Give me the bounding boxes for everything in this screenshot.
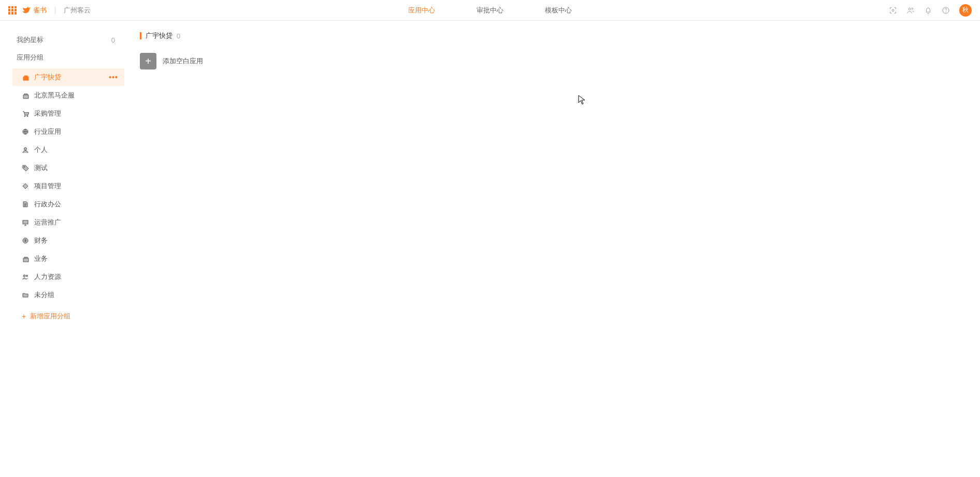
nav-template-center[interactable]: 模板中心: [545, 1, 572, 20]
sidebar: 我的星标 0 应用分组 广宇快贷•••北京黑马企服采购管理行业应用个人测试项目管…: [0, 31, 124, 328]
main: 广宇快贷 0 + 添加空白应用: [124, 31, 980, 328]
sidebar-item[interactable]: 北京黑马企服: [12, 87, 124, 104]
help-icon[interactable]: [942, 6, 950, 15]
sidebar-item-label: 未分组: [34, 290, 118, 300]
header: 雀书 广州客云 应用中心 审批中心 模板中心 秋: [0, 0, 980, 21]
sidebar-item-label: 采购管理: [34, 109, 118, 118]
coin-icon: [22, 237, 29, 244]
apps-grid-icon[interactable]: [8, 6, 17, 15]
sidebar-item-label: 测试: [34, 163, 118, 173]
svg-point-0: [892, 9, 894, 11]
contacts-icon[interactable]: [906, 6, 915, 15]
header-nav: 应用中心 审批中心 模板中心: [408, 1, 572, 20]
add-blank-app-button[interactable]: + 添加空白应用: [140, 53, 203, 69]
avatar-text: 秋: [962, 6, 969, 15]
sidebar-item[interactable]: 测试: [12, 159, 124, 177]
add-group-label: 新增应用分组: [30, 312, 70, 321]
header-right: 秋: [889, 4, 972, 17]
briefcase-icon: [22, 74, 29, 81]
sidebar-item-label: 运营推广: [34, 218, 118, 227]
folder-icon: [22, 291, 29, 299]
brand-logo[interactable]: 雀书: [22, 6, 47, 15]
diamond-icon: [22, 183, 29, 190]
sidebar-item[interactable]: 财务: [12, 232, 124, 249]
sidebar-item-label: 行政办公: [34, 200, 118, 209]
main-title-row: 广宇快贷 0: [140, 31, 964, 40]
svg-point-13: [26, 275, 28, 277]
sidebar-item[interactable]: 人力资源: [12, 268, 124, 286]
main-title: 广宇快贷: [146, 31, 172, 40]
bird-icon: [22, 6, 31, 15]
svg-point-1: [909, 8, 911, 10]
sidebar-item-label: 财务: [34, 236, 118, 245]
sidebar-item-label: 项目管理: [34, 181, 118, 191]
starred-count: 0: [111, 36, 115, 44]
svg-point-4: [946, 12, 946, 12]
nav-app-center[interactable]: 应用中心: [408, 1, 435, 20]
sidebar-item[interactable]: 运营推广: [12, 214, 124, 231]
svg-point-6: [27, 116, 28, 117]
sidebar-item-label: 业务: [34, 254, 118, 263]
svg-rect-10: [23, 220, 28, 224]
sidebar-group-header: 应用分组: [12, 49, 124, 66]
add-app-label: 添加空白应用: [163, 57, 203, 66]
svg-point-12: [23, 275, 25, 277]
body: 我的星标 0 应用分组 广宇快贷•••北京黑马企服采购管理行业应用个人测试项目管…: [0, 21, 980, 328]
header-left: 雀书 广州客云: [8, 6, 91, 15]
svg-point-9: [24, 166, 25, 167]
sidebar-item-label: 行业应用: [34, 127, 118, 136]
globe-icon: [22, 128, 29, 135]
sidebar-item[interactable]: 个人: [12, 141, 124, 159]
sidebar-item-label: 人力资源: [34, 272, 118, 282]
screen-icon: [22, 219, 29, 226]
sidebar-item[interactable]: 项目管理: [12, 177, 124, 195]
doc-icon: [22, 201, 29, 208]
sidebar-item[interactable]: 行政办公: [12, 195, 124, 213]
sidebar-item-label: 北京黑马企服: [34, 91, 118, 100]
starred-label: 我的星标: [17, 35, 44, 45]
title-accent-bar: [140, 32, 141, 39]
nav-approval-center[interactable]: 审批中心: [477, 1, 503, 20]
sidebar-item[interactable]: 采购管理: [12, 105, 124, 122]
sidebar-item[interactable]: 业务: [12, 250, 124, 268]
sidebar-item[interactable]: 广宇快贷•••: [12, 68, 124, 86]
add-group-button[interactable]: + 新增应用分组: [12, 304, 124, 328]
svg-point-5: [24, 116, 25, 117]
sidebar-item[interactable]: 未分组: [12, 286, 124, 304]
sidebar-starred[interactable]: 我的星标 0: [12, 31, 124, 49]
plus-icon: +: [22, 312, 26, 320]
svg-point-8: [24, 148, 27, 150]
briefcase-icon: [22, 255, 29, 262]
cart-icon: [22, 110, 29, 117]
tag-icon: [22, 164, 29, 172]
org-name: 广州客云: [64, 6, 91, 15]
avatar[interactable]: 秋: [959, 4, 972, 17]
divider: [55, 7, 55, 14]
more-icon[interactable]: •••: [109, 74, 118, 81]
plus-square-icon: +: [140, 53, 156, 69]
scan-icon[interactable]: [889, 6, 897, 15]
user-icon: [22, 146, 29, 153]
people-icon: [22, 273, 29, 280]
svg-point-2: [912, 8, 913, 9]
brand-name: 雀书: [33, 6, 47, 15]
sidebar-list: 广宇快贷•••北京黑马企服采购管理行业应用个人测试项目管理行政办公运营推广财务业…: [12, 68, 124, 304]
sidebar-item-label: 个人: [34, 145, 118, 155]
briefcase-icon: [22, 92, 29, 99]
bell-icon[interactable]: [924, 6, 932, 15]
main-count: 0: [177, 32, 180, 40]
sidebar-item[interactable]: 行业应用: [12, 123, 124, 141]
sidebar-item-label: 广宇快贷: [34, 73, 109, 82]
